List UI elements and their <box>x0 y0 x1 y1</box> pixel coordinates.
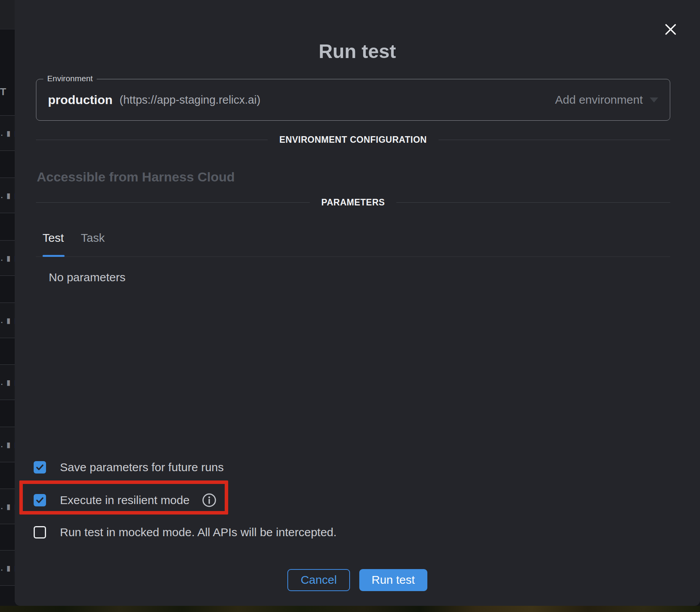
parameters-divider: PARAMETERS <box>36 197 670 207</box>
checkbox-checked[interactable] <box>34 461 46 474</box>
environment-row: production (https://app-staging.relicx.a… <box>48 79 658 120</box>
left-strip-row: . ▮ ▮ <box>0 115 15 151</box>
environment-url: (https://app-staging.relicx.ai) <box>120 94 260 106</box>
divider-line <box>36 202 310 203</box>
option-label: Run test in mocked mode. All APIs will b… <box>60 526 336 539</box>
left-strip-row: . ▮ ▮ <box>0 240 15 276</box>
left-strip-row-fragment: . ▮ ▮ <box>0 191 15 200</box>
left-strip-row: . ▮ ▮ <box>0 550 15 586</box>
environment-fieldset: Environment production (https://app-stag… <box>36 79 670 121</box>
modal-footer: Cancel Run test <box>15 569 700 591</box>
left-strip-row-fragment: . ▮ ▮ <box>0 502 15 511</box>
left-strip-text-fragment: T <box>0 86 15 98</box>
close-icon <box>664 22 678 36</box>
left-strip-row: . ▮ ▮ <box>0 178 15 213</box>
no-parameters-text: No parameters <box>49 271 125 284</box>
left-strip-row-fragment: . ▮ ▮ <box>0 254 15 263</box>
checkbox-unchecked[interactable] <box>34 526 46 538</box>
background-photo-strip <box>0 606 700 612</box>
environment-configuration-divider: ENVIRONMENT CONFIGURATION <box>36 135 670 145</box>
mocked-mode-option[interactable]: Run test in mocked mode. All APIs will b… <box>34 525 336 540</box>
divider-line <box>36 140 268 140</box>
checkbox-checked[interactable] <box>34 494 46 506</box>
left-strip-row-fragment: . ▮ ▮ <box>0 129 15 138</box>
run-test-modal: Run test Environment production (https:/… <box>15 0 700 606</box>
run-test-button[interactable]: Run test <box>359 569 427 591</box>
page-title: Run test <box>15 40 700 63</box>
accessible-note: Accessible from Harness Cloud <box>37 169 235 185</box>
left-strip-row-fragment: . ▮ ▮ <box>0 378 15 387</box>
resilient-mode-option[interactable]: Execute in resilient mode <box>34 492 217 508</box>
left-strip-row-fragment: . ▮ ▮ <box>0 440 15 449</box>
environment-configuration-heading: ENVIRONMENT CONFIGURATION <box>279 135 427 145</box>
checkmark-icon <box>35 496 44 505</box>
info-icon[interactable] <box>202 493 217 508</box>
save-parameters-option[interactable]: Save parameters for future runs <box>34 460 224 475</box>
divider-line <box>396 202 670 203</box>
left-strip-row: . ▮ ▮ <box>0 303 15 338</box>
left-strip-row: . ▮ ▮ <box>0 364 15 400</box>
cancel-button[interactable]: Cancel <box>287 569 350 591</box>
parameters-tabs: Test Task <box>43 231 105 244</box>
left-strip-row-fragment: . ▮ ▮ <box>0 564 15 573</box>
option-label: Save parameters for future runs <box>60 461 224 474</box>
add-environment-button[interactable]: Add environment <box>555 93 658 106</box>
left-strip-row: . ▮ ▮ <box>0 489 15 524</box>
add-environment-label: Add environment <box>555 93 643 106</box>
tab-task[interactable]: Task <box>81 231 105 244</box>
environment-value: production <box>48 93 113 107</box>
divider-line <box>439 140 670 140</box>
chevron-down-icon <box>650 97 658 103</box>
tab-test[interactable]: Test <box>43 231 64 244</box>
tabs-bottom-border <box>36 256 670 257</box>
left-strip-top-block <box>0 0 15 29</box>
left-strip-row: . ▮ ▮ <box>0 427 15 462</box>
option-label: Execute in resilient mode <box>60 494 190 507</box>
parameters-heading: PARAMETERS <box>321 197 385 208</box>
close-button[interactable] <box>664 22 678 36</box>
checkmark-icon <box>35 463 44 472</box>
active-tab-underline <box>43 255 65 257</box>
left-strip-row-fragment: . ▮ ▮ <box>0 316 15 325</box>
left-strip: T . ▮ ▮ . ▮ ▮ . ▮ ▮ . ▮ ▮ . ▮ ▮ . ▮ ▮ . … <box>0 0 15 612</box>
